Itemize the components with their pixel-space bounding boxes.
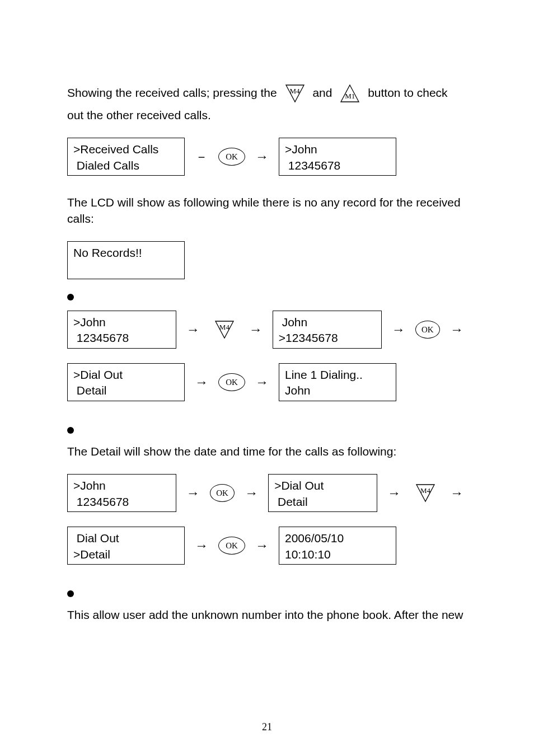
arrow-right-icon: → [447, 321, 467, 339]
flow-detail: >John 12345678 → OK → >Dial Out Detail →… [67, 474, 467, 565]
arrow-right-icon: → [252, 148, 272, 166]
lcd-line: 12345678 [73, 494, 170, 510]
intro-line-2: out the other received calls. [67, 107, 467, 123]
lcd-line: >John [285, 142, 390, 157]
lcd-box: >Dial Out Detail [268, 474, 377, 512]
m4-label: M4 [284, 86, 306, 96]
m4-label: M4 [414, 486, 437, 496]
lcd-box: John >12345678 [273, 311, 382, 349]
arrow-right-icon: → [447, 484, 467, 502]
page-number: 21 [0, 720, 534, 734]
lcd-line: John [285, 383, 390, 398]
arrow-right-icon: → [191, 373, 212, 391]
lcd-box: >Dial Out Detail [67, 363, 185, 401]
arrow-right-icon: → [384, 484, 404, 502]
lcd-line: 12345678 [73, 330, 170, 346]
bullet-icon [67, 294, 74, 300]
lcd-line: Detail [274, 494, 371, 510]
lcd-line: >12345678 [279, 330, 376, 346]
m4-down-icon: M4 [414, 483, 437, 503]
lcd-john: >John 12345678 [279, 138, 396, 176]
intro-and: and [312, 86, 332, 99]
lcd-line: Detail [73, 383, 179, 398]
lcd-line: >John [73, 478, 170, 494]
bullet-icon [67, 590, 74, 597]
ok-button-icon: OK [218, 537, 245, 555]
arrow-right-icon: → [191, 537, 212, 555]
lcd-line: No Records!! [73, 245, 179, 261]
lcd-line: >Dial Out [274, 478, 371, 494]
intro-text-b: button to check [368, 86, 447, 99]
lcd-box: Line 1 Dialing.. John [279, 363, 396, 401]
m4-down-icon: M4 [284, 84, 306, 103]
lcd-line: Line 1 Dialing.. [285, 367, 390, 383]
lcd-line: Dialed Calls [73, 158, 179, 173]
ok-button-icon: OK [218, 373, 245, 391]
outro-text: This allow user add the unknown number i… [67, 607, 467, 623]
intro-line-1: Showing the received calls; pressing the… [67, 84, 467, 103]
m4-down-icon: M4 [213, 320, 236, 339]
arrow-right-icon: → [252, 373, 272, 391]
flow-dial-out: >John 12345678 → M4 → John >12345678 → O… [67, 311, 467, 401]
detail-intro: The Detail will show the date and time f… [67, 444, 467, 459]
bullet-icon [67, 427, 74, 434]
arrow-right-icon: → [388, 321, 409, 339]
lcd-box: Dial Out >Detail [67, 527, 185, 565]
flow-received-calls: >Received Calls Dialed Calls － OK → >Joh… [67, 138, 467, 176]
lcd-no-records: No Records!! [67, 241, 185, 279]
intro-text-a: Showing the received calls; pressing the [67, 86, 277, 99]
lcd-box: >John 12345678 [67, 474, 176, 512]
lcd-line: John [279, 314, 376, 330]
lcd-box: 2006/05/10 10:10:10 [279, 527, 396, 565]
lcd-received-calls: >Received Calls Dialed Calls [67, 138, 185, 176]
arrow-right-icon: → [252, 537, 272, 555]
ok-button-icon: OK [210, 484, 235, 502]
no-record-intro: The LCD will show as following while the… [67, 195, 467, 227]
ok-button-icon: OK [218, 148, 245, 166]
dash: － [191, 148, 212, 166]
lcd-line: 12345678 [285, 158, 390, 173]
arrow-right-icon: → [241, 484, 261, 502]
lcd-line: >John [73, 314, 170, 330]
arrow-right-icon: → [246, 321, 266, 339]
lcd-line: >Received Calls [73, 142, 179, 157]
lcd-line: >Dial Out [73, 367, 179, 383]
lcd-line: Dial Out [73, 530, 179, 546]
lcd-line: 2006/05/10 [285, 530, 390, 546]
lcd-box: >John 12345678 [67, 311, 176, 349]
m4-label: M4 [213, 322, 236, 332]
m1-up-icon: M1 [339, 84, 361, 103]
arrow-right-icon: → [183, 484, 203, 502]
ok-button-icon: OK [415, 321, 440, 339]
arrow-right-icon: → [183, 321, 203, 339]
m1-label: M1 [339, 91, 361, 101]
lcd-line: 10:10:10 [285, 547, 390, 562]
lcd-line: >Detail [73, 547, 179, 562]
